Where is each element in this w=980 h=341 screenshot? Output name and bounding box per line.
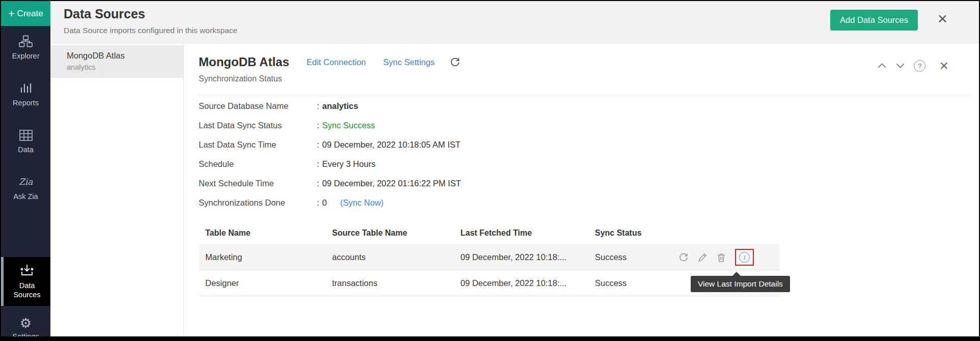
status-row-schedule: Schedule : Every 3 Hours [199,154,461,174]
create-button-label: Create [17,9,43,19]
chevron-down-icon[interactable] [895,63,905,69]
column-header: Last Fetched Time [460,229,595,238]
tooltip-caret-icon [732,272,741,276]
highlight-box: i [735,249,754,266]
data-sources-window: + Create Explorer Reports [0,0,980,341]
cell-sync-status: Success [595,278,678,288]
tooltip-text: View Last Import Details [698,279,783,288]
colon: : [317,140,319,150]
page-header: Data Sources Data Source imports configu… [50,1,979,44]
cell-source-table-name: accounts [332,252,460,262]
sidebar-item-label: Explorer [12,52,40,60]
status-label: Next Schedule Time [199,179,317,188]
status-value: analytics [322,101,359,111]
status-label: Source Database Name [199,101,317,111]
page-title: Data Sources [64,7,145,21]
section-divider [199,95,971,95]
source-database: analytics [67,63,176,71]
close-icon[interactable]: × [938,10,947,27]
zia-icon: Zia [18,175,34,190]
sidebar-item-label: Data Sources [13,281,40,299]
status-value: Every 3 Hours [322,159,376,169]
colon: : [317,179,319,188]
colon: : [317,198,319,208]
detail-close-icon[interactable]: × [939,58,948,73]
table-row-marketing[interactable]: Marketing accounts 09 December, 2022 10:… [199,244,780,270]
sidebar-item-label: Data [18,146,34,154]
sync-settings-link[interactable]: Sync Settings [383,58,434,67]
row-actions: i [678,249,780,266]
colon: : [317,159,319,169]
explorer-icon [19,35,33,49]
edit-connection-link[interactable]: Edit Connection [307,58,366,67]
sidebar-item-settings[interactable]: ⚙ Settings [1,313,50,341]
sidebar-item-data-sources[interactable]: Data Sources [1,257,50,306]
info-icon[interactable]: i [739,252,750,263]
status-row-next-schedule: Next Schedule Time : 09 December, 2022 0… [199,174,461,193]
sync-status-list: Source Database Name : analytics Last Da… [199,96,461,212]
status-row-last-sync-time: Last Data Sync Time : 09 December, 2022 … [199,135,461,154]
section-title: Synchronization Status [199,74,282,83]
column-header: Sync Status [595,229,678,238]
cell-last-fetched-time: 09 December, 2022 10:18:... [460,252,595,262]
cell-source-table-name: transactions [332,278,460,288]
sync-now-link[interactable]: (Sync Now) [340,198,384,208]
detail-title: MongoDB Atlas [199,55,289,69]
status-row-source-database: Source Database Name : analytics [199,96,461,116]
reports-icon [19,81,33,96]
data-table-icon [19,129,33,143]
svg-text:Zia: Zia [19,177,33,187]
add-data-sources-button[interactable]: Add Data Sources [830,10,918,31]
status-row-syncs-done: Synchronizations Done : 0 (Sync Now) [199,193,461,212]
status-row-last-sync-status: Last Data Sync Status : Sync Success [199,116,461,135]
sidebar-item-reports[interactable]: Reports [1,78,50,110]
colon: : [317,101,319,111]
source-name: MongoDB Atlas [67,51,176,61]
status-label: Schedule [199,159,317,169]
cell-last-fetched-time: 09 December, 2022 10:18:... [460,278,595,288]
tooltip: View Last Import Details [691,276,790,292]
sync-icon[interactable] [678,252,689,263]
source-list-panel: MongoDB Atlas analytics [50,44,184,336]
data-sources-import-icon [20,264,34,278]
sidebar-item-label: Reports [13,99,39,107]
colon: : [317,121,319,130]
column-header: Source Table Name [332,229,460,238]
sidebar-item-explorer[interactable]: Explorer [1,31,50,64]
help-icon[interactable]: ? [914,60,925,72]
table-header-row: Table Name Source Table Name Last Fetche… [199,222,780,244]
refresh-icon[interactable] [450,57,460,68]
status-label: Last Data Sync Time [199,140,317,150]
sidebar-item-data[interactable]: Data [1,126,50,157]
gear-icon: ⚙ [20,317,32,330]
status-label: Last Data Sync Status [199,121,317,130]
chevron-up-icon[interactable] [877,63,887,69]
status-value: Sync Success [322,121,375,130]
edit-icon[interactable] [697,252,707,263]
delete-icon[interactable] [716,252,726,263]
page-subtitle: Data Source imports configured in this w… [64,26,237,35]
sidebar: + Create Explorer Reports [1,1,50,336]
detail-pane: MongoDB Atlas Edit Connection Sync Setti… [184,44,979,336]
detail-toolbar: ? × [877,58,948,73]
cell-table-name: Designer [199,278,332,288]
status-value: 09 December, 2022 10:18:05 AM IST [322,140,461,150]
cell-table-name: Marketing [199,252,332,262]
create-button[interactable]: + Create [1,1,50,26]
sidebar-item-ask-zia[interactable]: Zia Ask Zia [1,172,50,204]
plus-icon: + [8,8,14,19]
status-value: 0 [322,198,327,208]
status-label: Synchronizations Done [199,198,317,208]
column-header: Table Name [199,229,332,238]
sidebar-item-label: Ask Zia [13,192,38,201]
cell-sync-status: Success [595,252,678,262]
sidebar-item-label: Settings [12,332,39,340]
detail-header: MongoDB Atlas Edit Connection Sync Setti… [199,55,460,69]
status-value: 09 December, 2022 01:16:22 PM IST [322,179,461,188]
source-list-item-mongodb-atlas[interactable]: MongoDB Atlas analytics [50,45,183,78]
